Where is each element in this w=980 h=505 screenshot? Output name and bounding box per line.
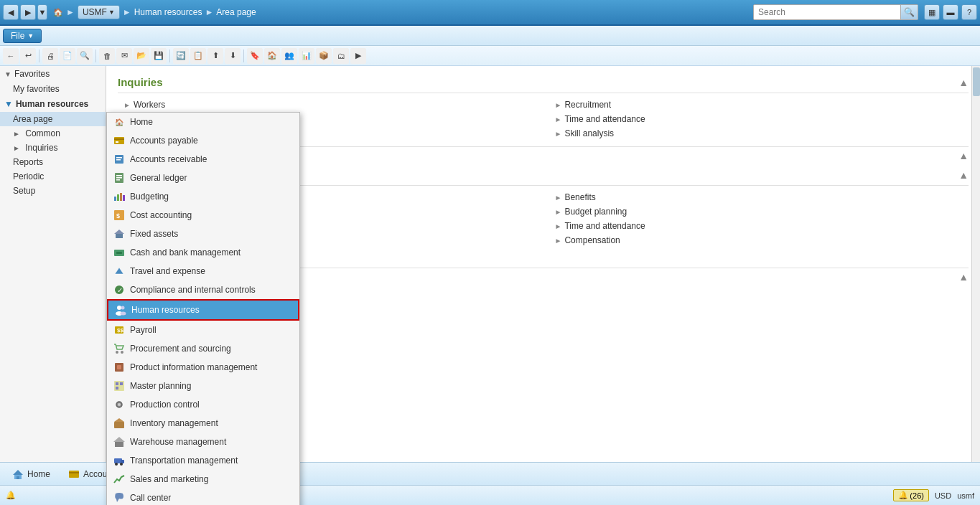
dropdown-item-transportation[interactable]: Transportation management [107, 451, 299, 470]
dropdown-item-general-ledger[interactable]: General ledger [107, 169, 299, 187]
layout-button[interactable]: ▬ [943, 4, 958, 20]
svg-text:✓: ✓ [117, 286, 123, 294]
inquiries-item-skill-analysis[interactable]: ► Skill analysis [549, 126, 969, 141]
search-input[interactable] [754, 6, 900, 19]
toolbar-btn-5[interactable]: 🗑 [99, 48, 115, 64]
dropdown-arrow-button[interactable]: ▼ [37, 4, 47, 20]
toolbar-btn-14[interactable]: 🏠 [264, 48, 280, 64]
split-view-button[interactable]: ▦ [924, 4, 940, 20]
breadcrumb-module: Human resources [134, 7, 202, 17]
master-planning-icon [113, 379, 126, 392]
favorites-chevron: ▼ [4, 70, 11, 78]
periodic-collapse-button[interactable]: ▲ [958, 169, 969, 181]
sidebar-item-setup[interactable]: Setup [0, 184, 106, 198]
svg-rect-9 [116, 179, 120, 181]
svg-rect-68 [69, 472, 79, 473]
dropdown-item-compliance[interactable]: ✓ Compliance and internal controls [107, 280, 299, 299]
section-2-collapse[interactable]: ▲ [958, 271, 969, 283]
periodic-item-compensation[interactable]: ► Compensation [549, 233, 969, 247]
periodic-item-budget-planning[interactable]: ► Budget planning [549, 204, 969, 219]
inquiries-collapse-button[interactable]: ▲ [958, 77, 969, 88]
quick-item-home[interactable]: Home [6, 466, 56, 482]
toolbar-separator-2 [95, 49, 96, 62]
sidebar-item-myfavorites[interactable]: My favorites [0, 82, 106, 96]
svg-rect-36 [116, 387, 118, 390]
dropdown-item-callcenter[interactable]: Call center [107, 489, 299, 505]
sidebar: ▼ Favorites My favorites ▼ Human resourc… [0, 66, 106, 462]
toolbar-btn-4[interactable]: 🔍 [77, 48, 93, 64]
quick-accounts-payable-icon [67, 468, 80, 481]
inquiries-item-time-attendance[interactable]: ► Time and attendance [549, 112, 969, 126]
dropdown-item-fixed-assets[interactable]: Fixed assets [107, 225, 299, 243]
toolbar-btn-16[interactable]: 📊 [299, 48, 314, 64]
toolbar-btn-17[interactable]: 📦 [316, 48, 332, 64]
periodic-item-benefits[interactable]: ► Benefits [549, 190, 969, 204]
toolbar-btn-19[interactable]: ▶ [350, 48, 366, 64]
dropdown-item-travel-expense[interactable]: Travel and expense [107, 262, 299, 280]
dropdown-item-product-info[interactable]: Product information management [107, 358, 299, 377]
dropdown-item-master-planning[interactable]: Master planning [107, 377, 299, 395]
toolbar-btn-2[interactable]: 🖨 [42, 48, 58, 64]
scrollbar-track[interactable] [971, 66, 980, 462]
sidebar-item-areapage[interactable]: Area page [0, 112, 106, 126]
svg-rect-13 [123, 195, 125, 201]
svg-rect-10 [114, 197, 116, 201]
toolbar-btn-7[interactable]: 📂 [134, 48, 149, 64]
sidebar-item-reports[interactable]: Reports [0, 155, 106, 169]
favorites-label: Favorites [14, 69, 50, 79]
svg-rect-32 [117, 365, 121, 369]
toolbar-btn-12[interactable]: ⬇ [225, 48, 241, 64]
toolbar-btn-1[interactable]: ↩ [20, 48, 36, 64]
periodic-item-time-attendance[interactable]: ► Time and attendance [549, 219, 969, 233]
forward-button[interactable]: ▶ [20, 4, 36, 20]
breadcrumb-icon: 🏠 [53, 8, 63, 17]
svg-text:$: $ [116, 212, 120, 220]
scrollbar-thumb[interactable] [973, 67, 980, 96]
svg-rect-0 [114, 137, 124, 144]
svg-text:$$: $$ [117, 327, 123, 334]
dropdown-item-payroll[interactable]: $$ Payroll [107, 321, 299, 339]
toolbar-btn-18[interactable]: 🗂 [333, 48, 349, 64]
general-ledger-icon [113, 171, 126, 184]
dropdown-item-human-resources[interactable]: Human resources [107, 299, 299, 321]
dropdown-item-home[interactable]: 🏠 Home [107, 113, 299, 131]
sidebar-item-inquiries[interactable]: ► Inquiries [0, 141, 106, 155]
toolbar-btn-11[interactable]: ⬆ [207, 48, 223, 64]
toolbar-btn-15[interactable]: 👥 [281, 48, 297, 64]
svg-marker-20 [115, 268, 123, 274]
toolbar-btn-0[interactable]: ← [3, 48, 19, 64]
svg-marker-17 [114, 230, 124, 234]
toolbar-btn-3[interactable]: 📄 [60, 48, 75, 64]
favorites-section[interactable]: ▼ Favorites [0, 66, 106, 82]
dropdown-item-warehouse[interactable]: Warehouse management [107, 433, 299, 451]
toolbar-btn-9[interactable]: 🔄 [173, 48, 189, 64]
sidebar-item-periodic[interactable]: Periodic [0, 169, 106, 184]
svg-point-30 [121, 351, 123, 354]
toolbar-btn-10[interactable]: 📋 [190, 48, 206, 64]
dropdown-item-accounts-payable[interactable]: Accounts payable [107, 131, 299, 150]
toolbar-btn-8[interactable]: 💾 [151, 48, 167, 64]
sidebar-item-common[interactable]: ► Common [0, 126, 106, 141]
dropdown-item-accounts-receivable[interactable]: Accounts receivable [107, 150, 299, 169]
help-button[interactable]: ? [961, 4, 977, 20]
svg-rect-11 [117, 194, 119, 201]
file-menu-button[interactable]: File ▼ [3, 29, 42, 43]
dropdown-item-budgeting[interactable]: Budgeting [107, 187, 299, 206]
back-button[interactable]: ◀ [3, 4, 19, 20]
notification-badge[interactable]: 🔔 (26) [893, 489, 929, 501]
search-button[interactable]: 🔍 [900, 5, 918, 19]
dropdown-item-sales[interactable]: Sales and marketing [107, 470, 299, 489]
bell-icon: 🔔 [898, 491, 908, 500]
dropdown-item-procurement[interactable]: Procurement and sourcing [107, 339, 299, 358]
dropdown-item-cost-accounting[interactable]: $ Cost accounting [107, 206, 299, 225]
dropdown-item-inventory[interactable]: Inventory management [107, 414, 299, 433]
inquiries-item-recruitment[interactable]: ► Recruitment [549, 98, 969, 112]
toolbar-btn-13[interactable]: 🔖 [247, 48, 263, 64]
inquiries-item-workers[interactable]: ► Workers [118, 98, 538, 112]
toolbar-btn-6[interactable]: ✉ [116, 48, 132, 64]
usmf-button[interactable]: USMF ▼ [78, 5, 120, 19]
section-1-collapse[interactable]: ▲ [958, 150, 969, 161]
dropdown-item-cash-bank[interactable]: Cash and bank management [107, 243, 299, 262]
sidebar-human-resources-group[interactable]: ▼ Human resources [0, 96, 106, 112]
dropdown-item-production[interactable]: Production control [107, 395, 299, 414]
